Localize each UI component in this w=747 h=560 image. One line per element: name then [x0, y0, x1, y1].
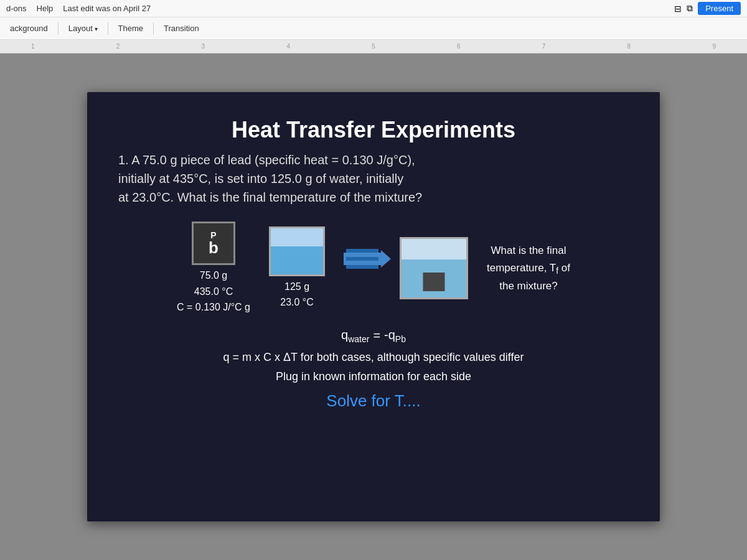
arrow-container: [344, 253, 381, 265]
ruler: 1 2 3 4 5 6 7 8 9: [0, 40, 747, 54]
ruler-mark-6: 6: [457, 43, 461, 50]
eq-equals: =: [373, 329, 380, 343]
final-temp-box: What is the final temperature, Tf of the…: [487, 242, 570, 294]
water-mass: 125 g: [280, 279, 314, 295]
ruler-mark-1: 1: [31, 43, 35, 50]
diagram-section: P b 75.0 g 435.0 °C C = 0.130 J/°C g 125…: [118, 222, 629, 315]
lead-mass: 75.0 g: [177, 268, 250, 284]
water-temp: 23.0 °C: [280, 294, 314, 310]
final-temp-line-4: the mixture?: [487, 278, 570, 294]
separator-1: [58, 22, 59, 35]
result-beaker: [400, 237, 468, 299]
water-info: 125 g 23.0 °C: [280, 279, 314, 310]
window-icon-1: ⊟: [674, 4, 682, 14]
ruler-mark-7: 7: [542, 43, 546, 50]
result-lead-block: [423, 273, 445, 291]
slide-title: Heat Transfer Experiments: [232, 117, 515, 143]
eq-neg-q-pb: -qPb: [384, 328, 406, 344]
help-menu[interactable]: Help: [37, 4, 54, 13]
arrow-line-2: [346, 257, 378, 261]
arrow: [344, 253, 381, 265]
arrow-line-3: [346, 265, 378, 269]
addons-menu[interactable]: d-ons: [6, 4, 27, 13]
slide-area: Heat Transfer Experiments 1. A 75.0 g pi…: [0, 54, 747, 560]
final-temp-line-2: temperature, Tf of: [487, 259, 570, 278]
final-temp-line-1: What is the final: [487, 242, 570, 259]
arrow-line-1: [346, 249, 378, 253]
window-icon-2: ⧉: [687, 3, 693, 14]
ruler-mark-3: 3: [202, 43, 205, 50]
ruler-mark-4: 4: [286, 43, 290, 50]
problem-line-2: initially at 435°C, is set into 125.0 g …: [118, 169, 629, 188]
water-beaker: [269, 226, 325, 276]
ruler-mark-5: 5: [372, 43, 375, 50]
background-menu[interactable]: ackground: [4, 21, 54, 35]
eq-subscript-water: water: [348, 334, 369, 344]
water-fill: [271, 246, 323, 274]
slide-problem: 1. A 75.0 g piece of lead (specific heat…: [118, 151, 629, 207]
eq-subscript-pb: Pb: [395, 334, 406, 344]
slide[interactable]: Heat Transfer Experiments 1. A 75.0 g pi…: [87, 92, 660, 521]
ruler-mark-8: 8: [627, 43, 631, 50]
problem-line-3: at 23.0°C. What is the final temperature…: [118, 188, 629, 207]
transition-menu[interactable]: Transition: [157, 21, 205, 35]
formula-lines: q = m x C x ΔT for both cases, although …: [118, 347, 629, 411]
result-beaker-wrap: [400, 237, 468, 299]
eq-q-water: qwater: [341, 328, 369, 344]
top-bar-left: d-ons Help Last edit was on April 27: [6, 4, 151, 13]
theme-menu[interactable]: Theme: [112, 21, 149, 35]
element-symbol-main: b: [209, 240, 218, 256]
last-edit-label: Last edit was on April 27: [63, 4, 151, 13]
problem-line-1: 1. A 75.0 g piece of lead (specific heat…: [118, 151, 629, 169]
water-container: 125 g 23.0 °C: [269, 226, 325, 310]
ruler-mark-9: 9: [712, 43, 716, 50]
element-box: P b: [192, 222, 235, 265]
equation-row: qwater = -qPb: [341, 328, 406, 344]
separator-2: [108, 22, 108, 35]
ruler-marks: 1 2 3 4 5 6 7 8 9: [6, 43, 741, 50]
lead-specific-heat: C = 0.130 J/°C g: [177, 299, 250, 315]
formula-line-1: q = m x C x ΔT for both cases, although …: [118, 349, 629, 366]
separator-3: [153, 22, 154, 35]
lead-info: 75.0 g 435.0 °C C = 0.130 J/°C g: [177, 268, 250, 315]
top-bar-right: ⊟ ⧉ Present: [674, 2, 741, 15]
present-button[interactable]: Present: [698, 2, 741, 15]
layout-menu[interactable]: Layout: [62, 21, 104, 35]
solve-line: Solve for T....: [118, 391, 629, 411]
ruler-mark-2: 2: [116, 43, 120, 50]
lead-temp: 435.0 °C: [177, 284, 250, 300]
top-bar: d-ons Help Last edit was on April 27 ⊟ ⧉…: [0, 0, 747, 17]
lead-container: P b 75.0 g 435.0 °C C = 0.130 J/°C g: [177, 222, 250, 315]
formula-line-2: Plug in known information for each side: [118, 368, 629, 385]
menu-bar: ackground Layout Theme Transition: [0, 17, 747, 40]
